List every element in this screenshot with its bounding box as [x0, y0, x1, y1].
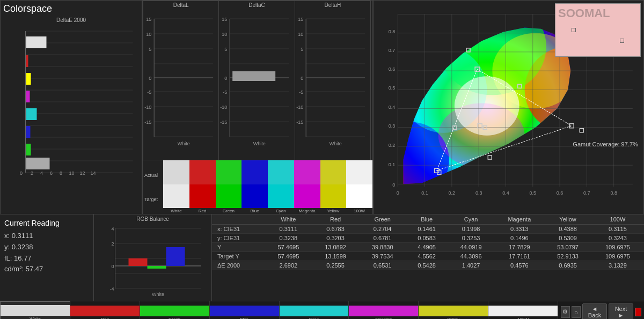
svg-text:15: 15 [146, 17, 151, 22]
colorspace-panel: Colorspace DeltaE 2000 [0, 0, 142, 214]
svg-text:10: 10 [298, 32, 303, 37]
strip-green[interactable]: Green [140, 301, 210, 319]
col-cyan: Cyan [448, 214, 495, 225]
svg-rect-137 [580, 129, 583, 132]
cell-4-7: 3.1329 [591, 261, 644, 270]
svg-rect-141 [488, 155, 492, 159]
rgb-balance-title: RGB Balance [96, 216, 210, 222]
swatch-100w: 100W [346, 160, 372, 214]
table-row: y: CIE310.32380.32030.67810.05830.32530.… [212, 234, 644, 243]
svg-rect-24 [26, 73, 31, 85]
svg-text:0.8: 0.8 [389, 29, 396, 34]
svg-text:14: 14 [90, 170, 96, 176]
svg-text:2: 2 [111, 241, 114, 247]
svg-text:White: White [329, 141, 341, 146]
cell-3-0: 57.4695 [265, 252, 312, 261]
col-green: Green [359, 214, 406, 225]
table-row: ΔE 20002.69020.25550.65310.54281.40270.4… [212, 261, 644, 270]
strip-magenta-label: Magenta [375, 316, 392, 319]
cell-4-2: 0.6531 [359, 261, 406, 270]
cell-2-0: 57.4695 [265, 243, 312, 252]
swatch-green: Green [216, 160, 242, 214]
svg-text:0.4: 0.4 [502, 190, 509, 196]
next-button[interactable]: Next ► [609, 303, 633, 320]
svg-rect-157 [166, 247, 185, 266]
back-button[interactable]: ◄ Back [582, 303, 608, 320]
delta-e-label: DeltaE 2000 [3, 17, 139, 23]
strip-100w-label: 100W [517, 316, 529, 319]
svg-text:0.6: 0.6 [389, 66, 396, 72]
table-body: x: CIE310.31110.67830.27040.14610.19980.… [212, 225, 644, 270]
strip-magenta[interactable]: Magenta [349, 301, 419, 319]
table-row: Y57.469513.089239.88304.490544.091917.78… [212, 243, 644, 252]
swatch-magenta: Magenta [294, 160, 320, 214]
svg-text:-4: -4 [109, 286, 114, 292]
cell-1-6: 0.5309 [544, 234, 591, 243]
svg-text:5: 5 [301, 47, 303, 52]
strip-white[interactable]: White [0, 301, 70, 319]
svg-text:5: 5 [224, 47, 227, 52]
colorspace-title: Colorspace [3, 3, 139, 14]
row-label-3: Target Y [212, 252, 265, 261]
cell-2-4: 44.0919 [448, 243, 495, 252]
top-section: Colorspace DeltaE 2000 [0, 0, 644, 214]
svg-text:8: 8 [60, 170, 62, 176]
cell-2-2: 39.8830 [359, 243, 406, 252]
svg-text:-10: -10 [296, 105, 303, 110]
data-table-panel: White Red Green Blue Cyan Magenta Yellow… [212, 214, 644, 301]
swatch-red: Red [189, 160, 216, 214]
svg-text:-5: -5 [223, 90, 227, 95]
svg-text:10: 10 [146, 32, 151, 37]
swatch-side-labels: Actual Target [143, 160, 163, 214]
cell-4-6: 0.6935 [544, 261, 591, 270]
svg-rect-65 [232, 71, 275, 81]
delta-c-svg: 15 10 5 0 -5 -10 -15 White [220, 8, 293, 147]
delta-c-title: DeltaC [220, 2, 293, 8]
cell-3-3: 4.5562 [406, 252, 448, 261]
delta-h-svg: 15 10 5 0 -5 -10 -15 White [296, 8, 369, 147]
close-button[interactable] [635, 308, 641, 316]
delta-l-chart: DeltaL 1 [143, 1, 219, 160]
table-row: Target Y57.469513.159939.75344.556244.30… [212, 252, 644, 261]
cell-2-1: 13.0892 [312, 243, 359, 252]
cell-1-3: 0.0583 [406, 234, 448, 243]
cell-3-5: 17.7161 [494, 252, 544, 261]
swatch-blue: Blue [241, 160, 268, 214]
strip-100w[interactable]: 100W [488, 301, 558, 319]
svg-text:0.2: 0.2 [449, 190, 456, 196]
strip-yellow[interactable]: Yellow [419, 301, 488, 319]
strip-cyan[interactable]: Cyan [280, 301, 349, 319]
reading-fl: fL: 16.77 [4, 253, 89, 264]
svg-text:2: 2 [31, 170, 33, 176]
svg-text:4: 4 [40, 170, 43, 176]
strip-red-label: Red [101, 316, 109, 319]
svg-point-89 [374, 122, 449, 198]
main-container: Colorspace DeltaE 2000 [0, 0, 644, 319]
svg-text:0.3: 0.3 [389, 123, 396, 129]
svg-text:0.1: 0.1 [421, 190, 428, 196]
bar-chart-container: 0 2 4 6 8 10 12 14 [3, 26, 139, 192]
cell-0-0: 0.3111 [265, 225, 312, 234]
home-icon-btn[interactable]: ⌂ [572, 306, 581, 318]
svg-text:0: 0 [224, 76, 227, 81]
svg-text:0.5: 0.5 [529, 190, 536, 196]
settings-icon-btn[interactable]: ⚙ [561, 306, 570, 318]
svg-rect-23 [26, 55, 28, 67]
soomal-inset: SOOMAL [555, 3, 641, 57]
bar-chart-svg: 0 2 4 6 8 10 12 14 [3, 26, 139, 192]
actual-label: Actual [144, 173, 162, 178]
current-reading-title: Current Reading [4, 219, 89, 227]
swatch-cyan: Cyan [268, 160, 294, 214]
strip-red[interactable]: Red [70, 301, 140, 319]
svg-rect-29 [26, 158, 50, 169]
cell-0-5: 0.3313 [494, 225, 544, 234]
table-row: x: CIE310.31110.67830.27040.14610.19980.… [212, 225, 644, 234]
cell-2-7: 109.6975 [591, 243, 644, 252]
reading-cdm2: cd/m²: 57.47 [4, 264, 89, 275]
svg-text:0: 0 [111, 264, 114, 269]
svg-text:4: 4 [111, 226, 114, 232]
cell-3-2: 39.7534 [359, 252, 406, 261]
svg-text:White: White [178, 141, 190, 146]
current-reading: Current Reading x: 0.3111 y: 0.3238 fL: … [0, 214, 94, 301]
strip-blue[interactable]: Blue [210, 301, 280, 319]
